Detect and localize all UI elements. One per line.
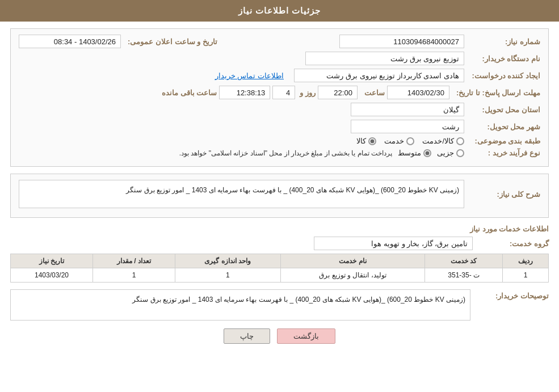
cell-name: تولید، انتقال و توزیع برق — [280, 268, 425, 283]
city-value: رشت — [351, 120, 464, 133]
announcement-value: 1403/02/26 - 08:34 — [19, 35, 121, 48]
print-button[interactable]: چاپ — [224, 328, 270, 344]
buttons-row: بازگشت چاپ — [10, 328, 549, 344]
province-label: استان محل تحویل: — [466, 106, 540, 114]
process-type-row: نوع فرآیند خرید : جزیی متوسط پرداخت تمام… — [19, 149, 540, 157]
buyer-desc-label: توصیحات خریدار: — [475, 289, 549, 300]
process-options-group: جزیی متوسط پرداخت تمام یا بخشی از مبلغ خ… — [179, 149, 464, 157]
category-label-khedmat: خدمت — [384, 137, 404, 145]
page-header: جزئیات اطلاعات نیاز — [0, 0, 559, 22]
announcement-label: تاریخ و ساعت اعلان عمومی: — [123, 37, 217, 46]
cell-quantity: 1 — [93, 268, 175, 283]
deadline-remaining: 12:38:13 — [219, 86, 270, 99]
col-name: نام خدمت — [280, 254, 425, 268]
need-desc-value: (زمینی KV خطوط 20_600) _(هوایی KV شبکه ه… — [19, 180, 464, 208]
page-title: جزئیات اطلاعات نیاز — [238, 6, 321, 15]
radio-motevaset-icon — [423, 149, 431, 157]
cell-code: ت -35-351 — [425, 268, 503, 283]
need-number-row: شماره نیاز: 1103094684000027 تاریخ و ساع… — [19, 35, 540, 48]
service-group-label: گروه خدمت: — [475, 239, 549, 248]
category-row: طبقه بندی موضوعی: کالا/خدمت خدمت کالا — [19, 137, 540, 145]
process-label-jozi: جزیی — [437, 149, 454, 157]
deadline-date: 1403/02/30 — [387, 86, 449, 99]
need-desc-row: شرح کلی نیاز: (زمینی KV خطوط 20_600) _(ه… — [19, 180, 540, 208]
process-option-jozi[interactable]: جزیی — [437, 149, 464, 157]
process-label: نوع فرآیند خرید : — [466, 149, 540, 157]
radio-jozi-icon — [456, 149, 464, 157]
service-group-value: تامین برق، گاز، بخار و تهویه هوا — [314, 237, 473, 250]
radio-khedmat-icon — [406, 137, 414, 145]
province-row: استان محل تحویل: گیلان — [19, 103, 540, 116]
col-row: ردیف — [503, 254, 549, 268]
city-row: شهر محل تحویل: رشت — [19, 120, 540, 133]
deadline-time-label: ساعت — [360, 88, 385, 97]
back-button[interactable]: بازگشت — [277, 328, 335, 344]
requester-value: هادی اسدی کاربرداز توزیع نیروی برق رشت — [294, 69, 464, 82]
buyer-org-row: نام دستگاه خریدار: توزیع نیروی برق رشت — [19, 52, 540, 65]
contact-link[interactable]: اطلاعات تماس خریدار — [215, 71, 284, 80]
services-info-label: اطلاعات خدمات مورد نیاز — [10, 225, 549, 233]
city-label: شهر محل تحویل: — [466, 123, 540, 131]
requester-row: ایجاد کننده درخواست: هادی اسدی کاربرداز … — [19, 69, 540, 82]
need-desc-label: شرح کلی نیاز: — [466, 190, 540, 199]
process-label-motevaset: متوسط — [398, 149, 421, 157]
services-table: ردیف کد خدمت نام خدمت واحد اندازه گیری ت… — [10, 254, 549, 283]
cell-date: 1403/03/20 — [11, 268, 93, 283]
need-number-label: شماره نیاز: — [466, 37, 540, 46]
need-desc-section: شرح کلی نیاز: (زمینی KV خطوط 20_600) _(ه… — [10, 174, 549, 218]
category-option-khedmat[interactable]: خدمت — [384, 137, 414, 145]
buyer-org-value: توزیع نیروی برق رشت — [305, 52, 464, 65]
deadline-day-label: روز و — [297, 88, 316, 97]
deadline-day: 4 — [272, 86, 295, 99]
col-quantity: تعداد / مقدار — [93, 254, 175, 268]
deadline-row: مهلت ارسال پاسخ: تا تاریخ: 1403/02/30 سا… — [19, 86, 540, 99]
radio-kala-khedmat-icon — [456, 137, 464, 145]
province-value: گیلان — [351, 103, 464, 116]
table-header-row: ردیف کد خدمت نام خدمت واحد اندازه گیری ت… — [11, 254, 549, 268]
category-label: طبقه بندی موضوعی: — [466, 137, 540, 145]
radio-kala-icon — [368, 137, 376, 145]
service-group-row: گروه خدمت: تامین برق، گاز، بخار و تهویه … — [10, 237, 549, 250]
process-option-motevaset[interactable]: متوسط — [398, 149, 431, 157]
requester-label: ایجاد کننده درخواست: — [466, 71, 540, 80]
need-number-value: 1103094684000027 — [339, 35, 464, 48]
category-label-kala-khedmat: کالا/خدمت — [422, 137, 454, 145]
services-section: اطلاعات خدمات مورد نیاز گروه خدمت: تامین… — [10, 225, 549, 283]
cell-row: 1 — [503, 268, 549, 283]
deadline-remaining-label: ساعت باقی مانده — [157, 88, 217, 97]
cell-unit: 1 — [175, 268, 280, 283]
buyer-desc-section: توصیحات خریدار: (زمینی KV خطوط 20_600) _… — [10, 289, 549, 321]
table-row: 1 ت -35-351 تولید، انتقال و توزیع برق 1 … — [11, 268, 549, 283]
col-date: تاریخ نیاز — [11, 254, 93, 268]
main-form-section: شماره نیاز: 1103094684000027 تاریخ و ساع… — [10, 28, 549, 167]
col-unit: واحد اندازه گیری — [175, 254, 280, 268]
category-option-kala-khedmat[interactable]: کالا/خدمت — [422, 137, 464, 145]
deadline-time: 22:00 — [318, 86, 358, 99]
col-code: کد خدمت — [425, 254, 503, 268]
buyer-desc-value: (زمینی KV خطوط 20_600) _(هوایی KV شبکه ه… — [10, 289, 470, 321]
deadline-label: مهلت ارسال پاسخ: تا تاریخ: — [452, 88, 540, 97]
buyer-org-label: نام دستگاه خریدار: — [466, 54, 540, 63]
process-note: پرداخت تمام یا بخشی از مبلغ خریدار از مح… — [179, 149, 392, 157]
category-label-kala: کالا — [356, 137, 366, 145]
category-option-kala[interactable]: کالا — [356, 137, 376, 145]
category-radio-group: کالا/خدمت خدمت کالا — [356, 137, 464, 145]
